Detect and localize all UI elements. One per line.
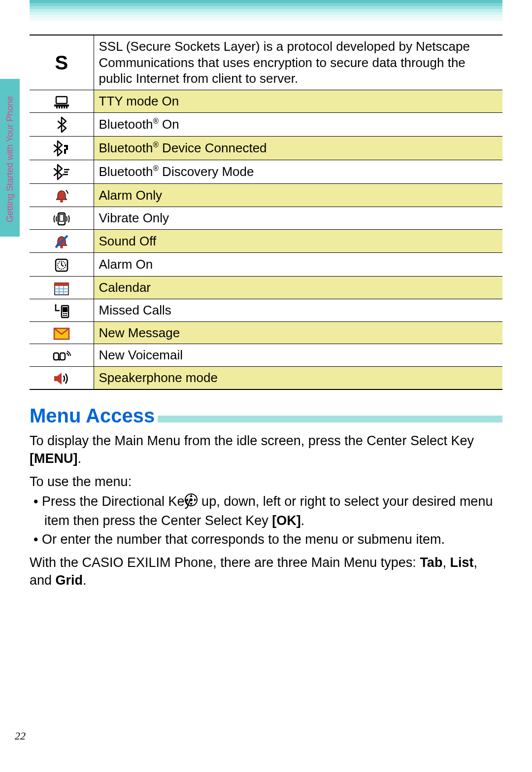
svg-rect-0 — [56, 97, 67, 104]
svg-rect-14 — [60, 214, 64, 221]
svg-marker-47 — [194, 498, 197, 501]
table-row: New Voicemail — [30, 344, 502, 367]
vibrate-icon — [30, 207, 94, 230]
text: . — [77, 451, 81, 466]
table-row: SSSL (Secure Sockets Layer) is a protoco… — [30, 35, 502, 90]
page-number: 22 — [15, 730, 26, 742]
bluetooth-icon — [30, 112, 94, 136]
table-row: Bluetooth® Discovery Mode — [30, 160, 502, 183]
icon-description: Bluetooth® Discovery Mode — [94, 160, 502, 183]
svg-rect-6 — [66, 106, 67, 108]
table-row: Bluetooth® Device Connected — [30, 136, 502, 160]
bullet-list: • Press the Directional Key up, down, le… — [30, 492, 502, 548]
text: To display the Main Menu from the idle s… — [30, 433, 474, 448]
icon-description-table: SSSL (Secure Sockets Layer) is a protoco… — [30, 35, 502, 390]
text: , — [442, 555, 450, 570]
table-row: Calendar — [30, 276, 502, 299]
svg-point-31 — [64, 313, 66, 314]
table-row: Vibrate Only — [30, 207, 502, 230]
svg-point-12 — [60, 200, 63, 203]
svg-rect-2 — [56, 106, 58, 108]
alarm-only-icon — [30, 184, 94, 207]
calendar-icon — [30, 276, 94, 299]
voicemail-icon — [30, 344, 94, 367]
svg-rect-40 — [54, 376, 57, 381]
table-row: Bluetooth® On — [30, 112, 502, 136]
icon-description: SSL (Secure Sockets Layer) is a protocol… — [94, 35, 502, 90]
bullet-item-1: • Press the Directional Key up, down, le… — [30, 492, 502, 529]
table-row: Speakerphone mode — [30, 366, 502, 389]
svg-point-35 — [66, 315, 67, 316]
svg-rect-3 — [59, 106, 60, 108]
svg-rect-38 — [60, 353, 65, 360]
svg-point-30 — [63, 313, 64, 314]
table-row: New Message — [30, 321, 502, 344]
tty-icon — [30, 90, 94, 112]
svg-rect-1 — [54, 105, 69, 106]
table-row: Sound Off — [30, 230, 502, 253]
text: . — [83, 573, 87, 588]
table-row: TTY mode On — [30, 90, 502, 112]
svg-point-32 — [66, 313, 67, 314]
section-heading-wrap: Menu Access — [30, 405, 502, 427]
bluetooth-discovery-icon — [30, 160, 94, 183]
svg-marker-27 — [55, 304, 57, 306]
svg-rect-22 — [55, 283, 68, 286]
text: Or enter the number that corresponds to … — [42, 532, 445, 547]
section-heading: Menu Access — [30, 405, 155, 427]
svg-rect-29 — [63, 307, 67, 312]
ssl-s-icon: S — [30, 35, 94, 90]
svg-marker-46 — [186, 498, 188, 501]
new-message-icon — [30, 321, 94, 344]
menu-access-para-3: With the CASIO EXILIM Phone, there are t… — [30, 554, 502, 590]
side-section-label: Getting Started with Your Phone — [0, 91, 20, 239]
svg-marker-45 — [190, 503, 193, 505]
svg-point-43 — [190, 498, 193, 501]
speakerphone-icon — [30, 366, 94, 389]
top-gradient-bar — [30, 0, 502, 25]
text: . — [301, 513, 305, 528]
icon-description: Missed Calls — [94, 299, 502, 321]
svg-marker-41 — [57, 373, 62, 385]
menu-access-para-1: To display the Main Menu from the idle s… — [30, 432, 502, 468]
svg-rect-7 — [64, 145, 68, 147]
grid-label: Grid — [56, 573, 83, 588]
table-row: Missed Calls — [30, 299, 502, 321]
icon-description: Bluetooth® Device Connected — [94, 136, 502, 160]
icon-description: New Message — [94, 321, 502, 344]
svg-point-34 — [64, 315, 66, 316]
icon-description: Alarm On — [94, 253, 502, 276]
svg-point-15 — [60, 246, 63, 248]
sound-off-icon — [30, 230, 94, 253]
list-label: List — [450, 555, 473, 570]
table-row: Alarm On — [30, 253, 502, 276]
icon-description: New Voicemail — [94, 344, 502, 367]
svg-rect-37 — [54, 353, 59, 360]
bullet-item-2: • Or enter the number that corresponds t… — [30, 530, 502, 548]
icon-description: Alarm Only — [94, 184, 502, 207]
icon-description: Calendar — [94, 276, 502, 299]
menu-key-label: [MENU] — [30, 451, 77, 466]
svg-marker-44 — [190, 494, 193, 497]
text: With the CASIO EXILIM Phone, there are t… — [30, 555, 420, 570]
missed-calls-icon — [30, 299, 94, 321]
svg-rect-5 — [64, 106, 65, 108]
bluetooth-connected-icon — [30, 136, 94, 160]
alarm-on-icon — [30, 253, 94, 276]
icon-description: Speakerphone mode — [94, 366, 502, 389]
svg-rect-8 — [64, 149, 66, 154]
ok-key-label: [OK] — [272, 513, 300, 528]
tab-label: Tab — [420, 555, 442, 570]
table-row: Alarm Only — [30, 184, 502, 207]
svg-marker-10 — [68, 169, 70, 171]
heading-rule — [158, 416, 502, 422]
svg-rect-9 — [66, 147, 68, 150]
icon-description: Vibrate Only — [94, 207, 502, 230]
text: Press the Directional Key — [42, 494, 195, 509]
svg-point-33 — [63, 315, 64, 316]
svg-line-20 — [62, 265, 64, 266]
menu-access-para-2: To use the menu: — [30, 473, 502, 491]
icon-description: Bluetooth® On — [94, 112, 502, 136]
icon-description: TTY mode On — [94, 90, 502, 112]
icon-description: Sound Off — [94, 230, 502, 253]
